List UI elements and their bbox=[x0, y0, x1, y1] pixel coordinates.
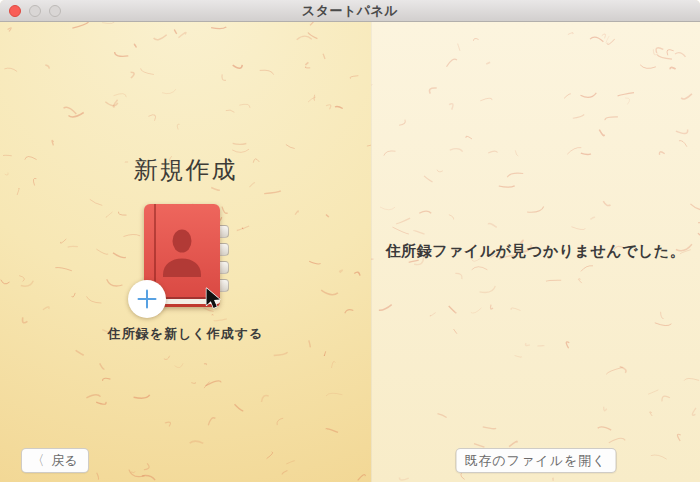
window-controls bbox=[9, 5, 61, 17]
back-button[interactable]: 〈 戻る bbox=[21, 448, 89, 473]
minimize-button bbox=[29, 5, 41, 17]
close-button[interactable] bbox=[9, 5, 21, 17]
back-button-label: 戻る bbox=[51, 452, 77, 470]
content: 新規作成 bbox=[0, 22, 700, 482]
not-found-message: 住所録ファイルが見つかりませんでした。 bbox=[371, 242, 700, 261]
titlebar: スタートパネル bbox=[0, 0, 700, 22]
zoom-button bbox=[49, 5, 61, 17]
start-panel-window: スタートパネル 新規作成 bbox=[0, 0, 700, 482]
person-icon bbox=[152, 229, 212, 277]
open-existing-pane: 住所録ファイルが見つかりませんでした。 既存のファイルを開く bbox=[371, 22, 700, 482]
new-address-book-pane: 新規作成 bbox=[0, 22, 371, 482]
new-section-title: 新規作成 bbox=[0, 154, 371, 186]
open-existing-file-button[interactable]: 既存のファイルを開く bbox=[455, 448, 616, 473]
new-book-caption: 住所録を新しく作成する bbox=[0, 325, 371, 343]
add-button[interactable] bbox=[128, 280, 166, 318]
open-button-label: 既存のファイルを開く bbox=[464, 452, 606, 470]
chevron-left-icon: 〈 bbox=[32, 451, 44, 471]
window-title: スタートパネル bbox=[0, 2, 700, 20]
plus-icon bbox=[136, 288, 158, 310]
